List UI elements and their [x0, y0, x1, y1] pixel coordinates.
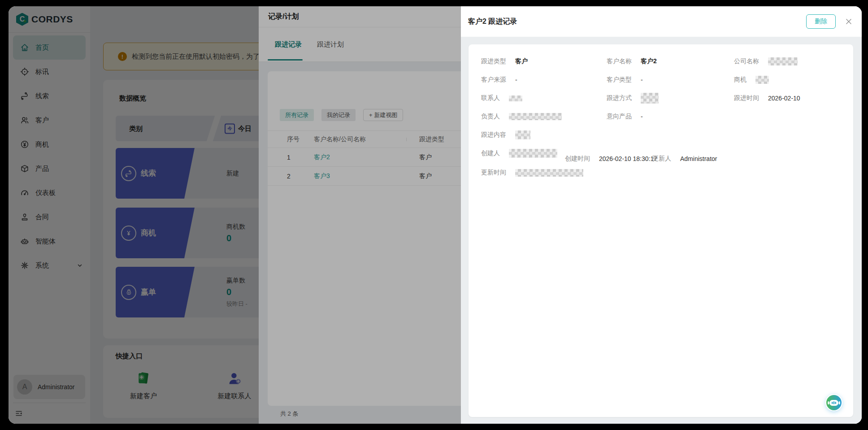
- field-label: 跟进时间: [734, 94, 759, 102]
- field-follow-content: 跟进内容: [481, 130, 530, 140]
- close-icon: [846, 18, 852, 25]
- field-company-name: 公司名称: [734, 56, 798, 67]
- field-label: 客户来源: [481, 76, 506, 84]
- field-customer-source: 客户来源 -: [481, 74, 517, 85]
- field-follow-time: 跟进时间 2026-02-10: [734, 93, 800, 104]
- screen: CORDYS 首页 标讯 线索 客户 商机: [0, 0, 868, 430]
- app-window: CORDYS 首页 标讯 线索 客户 商机: [9, 6, 862, 424]
- field-creator: 创建人: [481, 148, 557, 159]
- field-label: 客户名称: [607, 57, 632, 65]
- field-opportunity: 商机: [734, 74, 769, 85]
- field-create-time: 创建时间 2026-02-10 18:30:17: [565, 153, 657, 164]
- field-label: 商机: [734, 76, 746, 84]
- field-label: 意向产品: [607, 113, 632, 121]
- field-value: -: [641, 113, 643, 120]
- field-value: 客户: [515, 57, 528, 65]
- field-label: 联系人: [481, 94, 500, 102]
- field-label: 跟进方式: [607, 94, 632, 102]
- field-update-time: 更新时间: [481, 167, 583, 178]
- drawer-header: 客户2 跟进记录 删除: [461, 6, 862, 37]
- detail-card: 跟进类型 客户 客户名称 客户2 公司名称 客户来源 - 客户类型 -: [469, 44, 853, 417]
- redacted-follow-method: [641, 93, 659, 104]
- redacted-contact: [509, 96, 522, 101]
- close-button[interactable]: [844, 17, 854, 26]
- field-label: 创建时间: [565, 155, 590, 163]
- redacted-opportunity: [755, 76, 769, 84]
- field-label: 更新时间: [481, 169, 506, 177]
- field-customer-name: 客户名称 客户2: [607, 56, 657, 67]
- robot-assistant-icon: [825, 394, 842, 411]
- redacted-follow-content: [515, 130, 530, 139]
- drawer-body: 跟进类型 客户 客户名称 客户2 公司名称 客户来源 - 客户类型 -: [461, 37, 862, 424]
- field-label: 跟进类型: [481, 57, 506, 65]
- field-value: 客户2: [641, 57, 657, 65]
- redacted-company-name: [768, 57, 798, 65]
- field-value: Administrator: [680, 155, 717, 162]
- field-owner: 负责人: [481, 111, 562, 122]
- field-value: -: [515, 76, 517, 83]
- field-customer-type: 客户类型 -: [607, 74, 643, 85]
- follow-record-drawer: 客户2 跟进记录 删除 跟进类型 客户 客户名称 客户2 公司名称: [461, 6, 862, 424]
- field-label: 更新人: [652, 155, 671, 163]
- field-label: 跟进内容: [481, 131, 506, 139]
- field-value: -: [641, 76, 643, 83]
- redacted-owner: [509, 113, 562, 120]
- field-updater: 更新人 Administrator: [652, 153, 717, 164]
- redacted-creator: [509, 149, 557, 158]
- field-follow-method: 跟进方式: [607, 93, 659, 104]
- field-intended-product: 意向产品 -: [607, 111, 643, 122]
- field-follow-type: 跟进类型 客户: [481, 56, 528, 67]
- field-value: 2026-02-10 18:30:17: [599, 155, 657, 162]
- field-label: 客户类型: [607, 76, 632, 84]
- field-contact: 联系人: [481, 93, 522, 104]
- drawer-title: 客户2 跟进记录: [468, 17, 806, 26]
- ai-assistant-button[interactable]: [825, 394, 842, 411]
- delete-button[interactable]: 删除: [806, 14, 836, 29]
- field-label: 负责人: [481, 113, 500, 121]
- redacted-update-time: [515, 169, 583, 177]
- field-value: 2026-02-10: [768, 95, 800, 102]
- field-label: 创建人: [481, 149, 500, 157]
- field-label: 公司名称: [734, 57, 759, 65]
